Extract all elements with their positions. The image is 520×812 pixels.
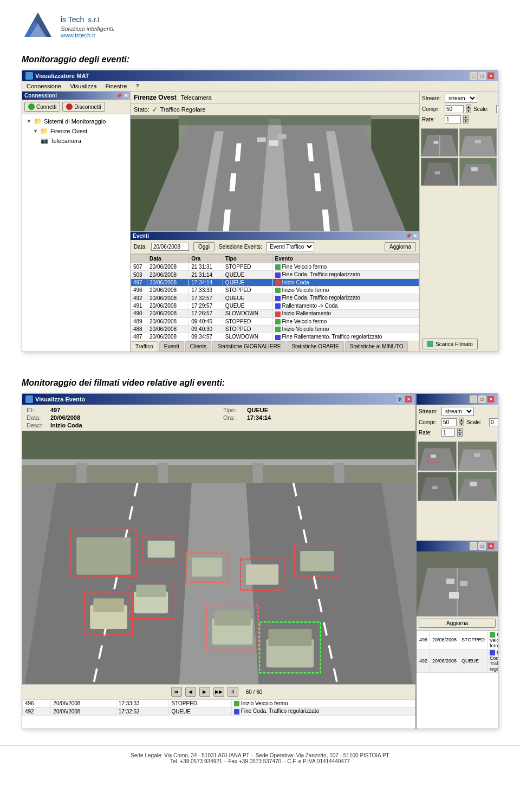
minimize-button2[interactable]: _ bbox=[470, 395, 477, 403]
event-date-row: Data: 20/06/2008 bbox=[27, 414, 214, 421]
section1-heading: Monitoraggio degli eventi: bbox=[0, 45, 520, 70]
pause-button[interactable]: ⏸ bbox=[227, 687, 238, 697]
rate-down-button[interactable]: ▼ bbox=[463, 119, 469, 124]
compr-up-button2[interactable]: ▲ bbox=[459, 418, 464, 422]
scale-input2[interactable] bbox=[489, 418, 498, 426]
cell-type: SLOWDOWN bbox=[223, 333, 272, 341]
table-row[interactable]: 492 20/06/2008 17:32:57 QUEUE Fine Coda.… bbox=[131, 294, 419, 302]
bottom-table-row[interactable]: 492 20/06/2008 17:32:52 QUEUE Fine Coda.… bbox=[23, 707, 415, 715]
rate-input[interactable] bbox=[445, 115, 461, 124]
connect-button[interactable]: Connetti bbox=[24, 102, 60, 112]
table-row[interactable]: 507 20/06/2008 21:31:31 STOPPED Fine Vei… bbox=[131, 263, 419, 271]
bottom-table-row[interactable]: 496 20/06/2008 17:33:33 STOPPED Inizio V… bbox=[23, 700, 415, 707]
window2-controls[interactable]: ? ✕ bbox=[396, 395, 412, 403]
close-button3[interactable]: ✕ bbox=[487, 395, 495, 403]
panel-pin-icon[interactable]: 📌 bbox=[116, 93, 122, 99]
tree-view: ▼ 📁 Sistemi di Monitoraggio ▼ 📁 Firenze … bbox=[22, 114, 130, 352]
help-button[interactable]: ? bbox=[396, 395, 404, 403]
menu-help[interactable]: ? bbox=[133, 82, 141, 90]
bottom-right-controls[interactable]: _ □ ✕ bbox=[470, 542, 495, 550]
stream-select2[interactable]: stream bbox=[441, 407, 474, 416]
cell-id: 507 bbox=[131, 263, 147, 271]
prev-frame-button[interactable]: ◀ bbox=[185, 687, 196, 697]
svg-rect-53 bbox=[214, 610, 251, 626]
event-list-scrollable[interactable]: 496 20/06/2008 STOPPED Inizio Veicolo fe… bbox=[417, 630, 498, 729]
tab-stat-giornaliere[interactable]: Statistiche GIORNALIERE bbox=[212, 341, 285, 352]
tab-clients[interactable]: Clients bbox=[185, 341, 212, 352]
maximize-button2[interactable]: □ bbox=[478, 395, 486, 403]
events-close-icon[interactable]: ✕ bbox=[413, 233, 417, 239]
rate-up-button[interactable]: ▲ bbox=[463, 115, 469, 119]
download-button[interactable]: Scarica Filmato bbox=[422, 339, 478, 349]
next-frame-button[interactable]: ▶▶ bbox=[213, 687, 224, 697]
rate-input2[interactable] bbox=[441, 428, 455, 437]
rate-down-button3[interactable]: ▼ bbox=[457, 432, 463, 437]
event-refresh-button[interactable]: Aggiorna bbox=[419, 619, 496, 628]
svg-rect-30 bbox=[435, 171, 440, 174]
table-row[interactable]: 491 20/06/2008 17:29:57 QUEUE Rallentame… bbox=[131, 302, 419, 309]
table-row[interactable]: 496 20/06/2008 17:33:33 STOPPED Inizio V… bbox=[131, 287, 419, 294]
compr-input[interactable] bbox=[445, 105, 464, 113]
cell-date: 20/06/2008 bbox=[147, 278, 189, 286]
table-row[interactable]: 489 20/06/2008 09:40:45 STOPPED Fine Vei… bbox=[131, 317, 419, 325]
menu-visualizza[interactable]: Visualizza bbox=[68, 82, 99, 90]
maximize-button3[interactable]: □ bbox=[478, 542, 486, 550]
minimize-button[interactable]: _ bbox=[470, 72, 477, 80]
table-row[interactable]: 487 20/06/2008 09:34:57 SLOWDOWN Fine Ra… bbox=[131, 333, 419, 341]
play-button[interactable]: ▶ bbox=[199, 687, 210, 697]
tab-stat-orarie[interactable]: Statistiche ORARIE bbox=[287, 341, 343, 352]
compr-down-button[interactable]: ▼ bbox=[466, 109, 471, 113]
data-label: Data: bbox=[27, 414, 48, 421]
disconnect-button[interactable]: Disconnetti bbox=[62, 102, 105, 112]
events-close-controls: 📌 ✕ bbox=[405, 233, 417, 239]
event-right-controls[interactable]: _ □ ✕ bbox=[470, 395, 495, 403]
tree-item-firenze[interactable]: ▼ 📁 Firenze Ovest bbox=[24, 126, 128, 136]
compr-row: Compr: ▲ ▼ Scale: ▲ ▼ bbox=[422, 105, 496, 113]
skip-start-button[interactable]: ⏮ bbox=[171, 687, 182, 697]
event-bottom-list: 496 20/06/2008 17:33:33 STOPPED Inizio V… bbox=[22, 699, 415, 729]
cell-type: QUEUE bbox=[223, 271, 272, 278]
mini-table-row[interactable]: 492 20/06/2008 QUEUE Fine Coda. Traffico… bbox=[417, 649, 498, 673]
maximize-button[interactable]: □ bbox=[478, 72, 486, 80]
close-button4[interactable]: ✕ bbox=[487, 542, 495, 550]
thumbnail-4 bbox=[459, 158, 497, 186]
company-tagline: Soluzioni intelligenti. bbox=[61, 25, 115, 32]
tab-eventi[interactable]: Eventi bbox=[159, 341, 184, 352]
events-date-input[interactable] bbox=[151, 243, 189, 251]
window1-controls[interactable]: _ □ ✕ bbox=[470, 72, 495, 80]
tree-item-camera[interactable]: 📷 Telecamera bbox=[24, 136, 128, 145]
cell-event: Inizio Coda bbox=[272, 278, 419, 286]
scale-input[interactable] bbox=[496, 105, 498, 113]
cell-type: SLOWDOWN bbox=[223, 310, 272, 317]
menu-finestre[interactable]: Finestre bbox=[103, 82, 129, 90]
event-viewer-main: Visualizza Evento ? ✕ ID: 497 Tipo: QUEU… bbox=[22, 394, 417, 729]
table-row[interactable]: 497 20/06/2008 17:34:14 QUEUE Inizio Cod… bbox=[131, 278, 419, 286]
close-button2[interactable]: ✕ bbox=[405, 395, 412, 403]
minimize-button3[interactable]: _ bbox=[470, 542, 477, 550]
tree-item-systems[interactable]: ▼ 📁 Sistemi di Monitoraggio bbox=[24, 116, 128, 126]
scale-label2: Scale: bbox=[466, 419, 487, 425]
event-type-icon bbox=[275, 335, 281, 340]
compr-input2[interactable] bbox=[441, 418, 457, 426]
progress-display: 60 / 60 bbox=[242, 689, 267, 695]
table-row[interactable]: 490 20/06/2008 17:26:57 SLOWDOWN Inizio … bbox=[131, 310, 419, 317]
table-row[interactable]: 488 20/06/2008 09:40:30 STOPPED Inizio V… bbox=[131, 325, 419, 333]
compr-down-button2[interactable]: ▼ bbox=[459, 422, 464, 426]
events-today-button[interactable]: Oggi bbox=[193, 242, 214, 251]
menu-connessione[interactable]: Connessione bbox=[24, 82, 63, 90]
mini-table-row[interactable]: 496 20/06/2008 STOPPED Inizio Veicolo fe… bbox=[417, 631, 498, 649]
table-row[interactable]: 503 20/06/2008 21:31:14 QUEUE Fine Coda.… bbox=[131, 271, 419, 278]
event-type-icon bbox=[275, 288, 281, 293]
rate-up-button3[interactable]: ▲ bbox=[457, 428, 463, 432]
events-refresh-button[interactable]: Aggiorna bbox=[385, 242, 416, 251]
svg-rect-17 bbox=[278, 134, 287, 139]
tab-traffico[interactable]: Traffico bbox=[131, 341, 158, 352]
compr-up-button[interactable]: ▲ bbox=[466, 105, 471, 109]
stream-select[interactable]: stream bbox=[445, 94, 477, 103]
tab-stat-minuto[interactable]: Statistiche al MINUTO bbox=[345, 341, 408, 352]
panel-close-icon[interactable]: ✕ bbox=[123, 93, 128, 99]
events-filter-select[interactable]: Eventi Traffico bbox=[266, 242, 314, 251]
close-button[interactable]: ✕ bbox=[487, 72, 495, 80]
window1-icon bbox=[25, 72, 33, 80]
events-pin-icon[interactable]: 📌 bbox=[405, 233, 412, 239]
